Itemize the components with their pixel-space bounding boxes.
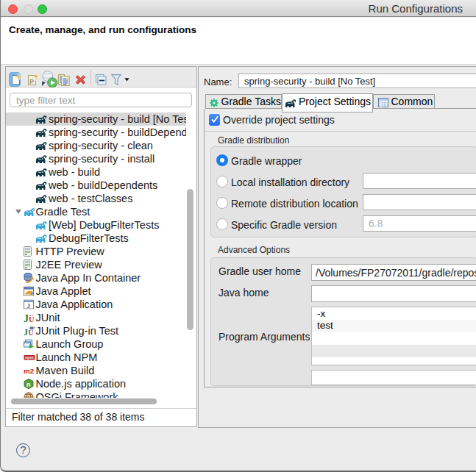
svg-text:J: J [31,290,34,296]
svg-text:U: U [29,329,34,336]
svg-text:m2: m2 [24,366,35,374]
svg-text:npm: npm [25,355,34,360]
svg-text:n: n [26,380,31,387]
svg-text:U: U [29,315,35,323]
svg-text:J: J [24,312,29,323]
svg-text:J: J [27,301,31,309]
svg-text:J: J [24,327,28,336]
